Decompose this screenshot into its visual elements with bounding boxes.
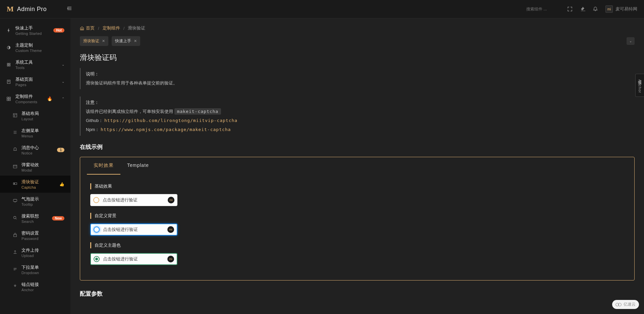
sidebar-collapse-button[interactable] [67, 6, 72, 12]
demo-group-label: 基础效果 [90, 183, 624, 189]
thumbs-up-icon: 👍 [59, 182, 64, 187]
tabs-dropdown-button[interactable]: ⌄ [627, 37, 635, 45]
flash-icon [6, 28, 11, 33]
tabs-bar: 滑块验证✕快速上手✕ ⌄ [70, 36, 644, 51]
npm-link[interactable]: https://www.npmjs.com/package/makeit-cap… [101, 127, 231, 132]
demo-tab-Template[interactable]: Template [120, 157, 156, 175]
anchor-icon [13, 284, 17, 290]
badge: 1 [57, 148, 64, 152]
close-icon[interactable]: ✕ [102, 39, 105, 43]
captcha-icon [13, 181, 17, 187]
svg-rect-4 [7, 63, 9, 64]
github-link[interactable]: https://github.com/lirongtong/miitvip-ca… [104, 118, 237, 123]
close-icon[interactable]: ✕ [134, 39, 137, 43]
captcha-button[interactable]: 点击按钮进行验证mi [90, 224, 177, 236]
breadcrumb-mid[interactable]: 定制组件 [103, 25, 120, 31]
radar-icon [93, 197, 99, 203]
tab-滑块验证[interactable]: 滑块验证✕ [80, 36, 108, 46]
svg-rect-13 [7, 99, 8, 100]
svg-rect-7 [9, 65, 10, 66]
svg-rect-15 [13, 114, 17, 117]
menus-icon [13, 130, 17, 136]
description-note: 说明： 滑块验证码组件常用于各种表单提交前的验证。 [80, 68, 635, 89]
theme-paint-icon[interactable] [580, 6, 585, 12]
upload-icon [13, 250, 17, 255]
fullscreen-icon[interactable] [567, 6, 573, 12]
password-icon [13, 233, 17, 238]
svg-rect-6 [7, 65, 9, 66]
avatar: mi [605, 5, 613, 13]
chevron-down-icon [62, 80, 64, 83]
section-demo-title: 在线示例 [80, 143, 635, 151]
demo-box: 实时效果Template 基础效果点击按钮进行验证mi自定义背景点击按钮进行验证… [80, 157, 635, 280]
sidebar-item-notice[interactable]: 消息中心Notice1 [0, 141, 70, 159]
breadcrumb-last: 滑块验证 [128, 25, 145, 31]
search-input[interactable] [526, 7, 560, 11]
svg-rect-14 [9, 99, 10, 100]
radar-icon [94, 256, 100, 262]
logo-text: Admin Pro [17, 6, 47, 13]
sidebar-item-components[interactable]: 定制组件Components🔥 [0, 90, 70, 107]
logo-mark-icon: M [7, 5, 14, 13]
svg-point-26 [14, 216, 16, 219]
sidebar: 快速上手Getting StartedHot主题定制Custom Theme系统… [0, 18, 70, 314]
username: 麦可易特网 [615, 6, 637, 12]
sidebar-item-dropdown[interactable]: 下拉菜单Dropdown [0, 261, 70, 278]
sidebar-item-tools[interactable]: 系统工具Tools [0, 56, 70, 73]
svg-rect-23 [13, 183, 17, 184]
svg-rect-11 [7, 97, 8, 98]
pages-icon [6, 79, 11, 84]
section-config-title: 配置参数 [80, 290, 635, 298]
sidebar-item-custom-theme[interactable]: 主题定制Custom Theme [0, 39, 70, 56]
fire-icon: 🔥 [47, 96, 52, 101]
sidebar-item-search[interactable]: 搜索联想SearchNew [0, 210, 70, 227]
captcha-button[interactable]: 点击按钮进行验证mi [90, 194, 177, 206]
sidebar-item-upload[interactable]: 文件上传Upload [0, 244, 70, 261]
sidebar-item-password[interactable]: 密码设置Password [0, 227, 70, 244]
svg-rect-24 [14, 183, 15, 184]
sidebar-item-menus[interactable]: 左侧菜单Menus [0, 124, 70, 141]
svg-rect-5 [9, 63, 10, 64]
demo-group-label: 自定义主题色 [90, 242, 624, 248]
components-icon [6, 97, 11, 101]
svg-rect-28 [14, 235, 17, 237]
sidebar-item-anchor[interactable]: 锚点链接Anchor [0, 278, 70, 295]
svg-rect-12 [9, 97, 10, 98]
bell-icon[interactable] [593, 6, 598, 12]
radar-icon [94, 227, 100, 233]
tools-icon [6, 62, 11, 67]
theme-icon [6, 45, 11, 50]
anchor-tab[interactable]: 锚点 Anchor [635, 74, 644, 97]
dropdown-icon [13, 267, 17, 272]
sidebar-item-captcha[interactable]: 滑块验证Captcha👍 [0, 176, 70, 193]
notice-icon [13, 147, 17, 153]
search-icon [13, 215, 17, 221]
user-menu[interactable]: mi 麦可易特网 [605, 5, 637, 13]
sidebar-item-pages[interactable]: 基础页面Pages [0, 73, 70, 90]
captcha-logo-icon: mi [167, 226, 174, 233]
watermark: 亿速云 [612, 300, 639, 309]
sidebar-item-modal[interactable]: 弹窗动效Modal [0, 159, 70, 176]
tooltip-icon [13, 198, 17, 204]
chevron-down-icon [62, 63, 64, 66]
breadcrumb-home[interactable]: 首页 [80, 25, 95, 31]
svg-rect-21 [13, 165, 17, 168]
badge: New [52, 216, 64, 221]
captcha-button[interactable]: 点击按钮进行验证mi [90, 253, 177, 265]
svg-rect-25 [13, 199, 17, 202]
demo-tab-实时效果[interactable]: 实时效果 [87, 157, 120, 175]
captcha-logo-icon: mi [167, 256, 174, 262]
page-title: 滑块验证码 [80, 53, 635, 63]
sidebar-item-getting-started[interactable]: 快速上手Getting StartedHot [0, 22, 70, 39]
tab-快速上手[interactable]: 快速上手✕ [112, 36, 140, 46]
svg-line-27 [16, 218, 17, 219]
modal-icon [13, 164, 17, 170]
sidebar-item-tooltip[interactable]: 气泡提示Tooltip [0, 193, 70, 210]
demo-group-label: 自定义背景 [90, 213, 624, 219]
chevron-up-icon [62, 97, 64, 101]
sidebar-item-layout[interactable]: 基础布局Layout [0, 107, 70, 124]
layout-icon [13, 113, 17, 119]
attention-note: 注意： 该组件已经剥离成独立组件，可单独安装使用 makeit-captcha … [80, 97, 635, 136]
package-name-code: makeit-captcha [174, 108, 221, 115]
logo[interactable]: M Admin Pro [7, 5, 47, 13]
